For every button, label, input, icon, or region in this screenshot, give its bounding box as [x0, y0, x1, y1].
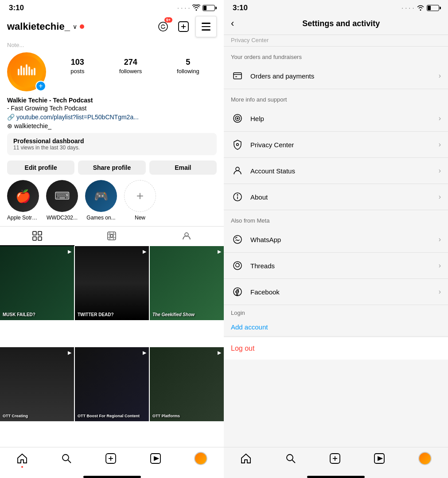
orders-payments-item[interactable]: Orders and payments ›: [224, 63, 448, 89]
account-status-item[interactable]: Account Status ›: [224, 158, 448, 184]
orders-chevron-icon: ›: [439, 72, 441, 80]
video-badge-1: ▶: [68, 249, 71, 255]
post-cell-1[interactable]: MUSK FAILED? ▶: [0, 246, 74, 320]
email-button[interactable]: Email: [149, 161, 217, 175]
posts-grid: MUSK FAILED? ▶ TWITTER DEAD? ▶ The Geeki…: [0, 246, 224, 447]
privacy-chevron-icon: ›: [439, 141, 441, 149]
bio-section: Walkie Techie - Tech Podcast - Fast Grow…: [0, 97, 224, 133]
privacy-center-item[interactable]: Privacy Center ›: [224, 132, 448, 158]
following-stat[interactable]: 5 following: [177, 58, 199, 75]
settings-title: Settings and activity: [241, 19, 441, 28]
orders-payments-label: Orders and payments: [250, 72, 439, 80]
online-dot-icon: [80, 24, 84, 29]
facebook-item[interactable]: Facebook ›: [224, 279, 448, 305]
add-highlight-circle[interactable]: +: [124, 180, 156, 212]
svg-rect-8: [31, 69, 33, 75]
help-item[interactable]: Help ›: [224, 106, 448, 132]
professional-dashboard[interactable]: Professional dashboard 11 views in the l…: [7, 133, 217, 155]
settings-content: Privacy Center Your orders and fundraise…: [224, 35, 448, 447]
about-icon: [231, 190, 244, 204]
back-button[interactable]: ‹: [231, 18, 234, 29]
left-status-bar: 3:10 · · · ·: [0, 0, 224, 14]
highlight-apple[interactable]: 🍎 Apple Sotre...: [7, 180, 39, 221]
right-profile-nav-btn[interactable]: [418, 452, 432, 465]
right-bottom-nav: [224, 447, 448, 474]
video-badge-4: ▶: [68, 350, 71, 356]
post-cell-6[interactable]: OTT Platforms ▶: [150, 347, 224, 421]
home-nav-dot: [21, 466, 23, 468]
post-cell-5[interactable]: OTT Boost For Regional Content ▶: [75, 347, 149, 421]
svg-rect-12: [33, 237, 36, 240]
right-search-nav-btn[interactable]: [285, 453, 296, 464]
grid-tab[interactable]: [0, 227, 74, 246]
add-account-button[interactable]: Add account: [224, 318, 448, 337]
add-story-button[interactable]: +: [35, 81, 46, 91]
bio-link[interactable]: 🔗 youtube.com/playlist?list=PL50bCNTgm2a…: [7, 114, 217, 121]
right-home-nav-btn[interactable]: [240, 453, 252, 464]
bio-link-text: youtube.com/playlist?list=PL50bCNTgm2a..…: [16, 114, 139, 121]
home-nav-btn[interactable]: [16, 453, 28, 464]
logout-button[interactable]: Log out: [224, 337, 448, 360]
posts-count: 103: [70, 58, 84, 67]
right-reels-nav-btn[interactable]: [374, 453, 385, 464]
more-info-header-text: More info and support: [231, 96, 287, 103]
posts-stat[interactable]: 103 posts: [70, 58, 84, 75]
tagged-tab[interactable]: [149, 227, 224, 246]
reels-tab[interactable]: [74, 227, 149, 246]
svg-rect-10: [33, 231, 36, 235]
svg-rect-7: [28, 67, 30, 75]
video-badge-5: ▶: [143, 350, 146, 356]
avatar-logo: [16, 62, 38, 81]
threads-item[interactable]: Threads ›: [224, 253, 448, 279]
edit-profile-button[interactable]: Edit profile: [7, 161, 74, 175]
menu-line-2: [202, 26, 210, 27]
username-row: walkietechie_ ∨: [7, 21, 84, 32]
svg-line-38: [292, 460, 295, 463]
add-post-icon-btn[interactable]: [175, 18, 192, 35]
whatsapp-item[interactable]: WhatsApp ›: [224, 227, 448, 253]
about-item[interactable]: About ›: [224, 184, 448, 210]
highlight-label-games: Games on...: [86, 215, 115, 221]
left-home-indicator: [83, 476, 141, 478]
highlight-games[interactable]: 🎮 Games on...: [85, 180, 117, 221]
share-profile-button[interactable]: Share profile: [78, 161, 145, 175]
settings-header: ‹ Settings and activity: [224, 14, 448, 35]
post-cell-2[interactable]: TWITTER DEAD? ▶: [75, 246, 149, 320]
svg-line-18: [68, 460, 71, 463]
search-nav-btn[interactable]: [61, 453, 72, 464]
profile-nav-btn[interactable]: [194, 452, 207, 465]
battery-icon: [203, 5, 215, 11]
signal-icon: · · · ·: [178, 5, 190, 11]
facebook-label: Facebook: [250, 288, 439, 296]
facebook-chevron-icon: ›: [439, 288, 441, 296]
right-create-nav-btn[interactable]: [329, 453, 341, 464]
about-chevron-icon: ›: [439, 193, 441, 201]
whatsapp-chevron-icon: ›: [439, 235, 441, 243]
svg-point-28: [237, 118, 238, 119]
threads-icon-btn[interactable]: 9+: [155, 18, 171, 35]
svg-rect-9: [34, 68, 35, 75]
highlight-label-wwdc: WWDC202...: [47, 215, 78, 221]
add-account-text: Add account: [231, 323, 268, 331]
orders-header-text: Your orders and fundraisers: [231, 54, 302, 60]
svg-point-26: [234, 114, 242, 122]
create-nav-btn[interactable]: [105, 453, 117, 464]
followers-stat[interactable]: 274 followers: [119, 58, 142, 75]
reels-nav-btn[interactable]: [150, 453, 161, 464]
about-label: About: [250, 193, 439, 201]
menu-line-1: [202, 23, 210, 24]
right-battery-icon: [427, 5, 439, 11]
svg-point-35: [234, 262, 242, 270]
link-icon: 🔗: [7, 114, 15, 121]
left-bottom-nav: [0, 447, 224, 474]
post-cell-3[interactable]: The Geekified Show ▶: [150, 246, 224, 320]
notification-badge: 9+: [164, 17, 172, 23]
posts-label: posts: [70, 68, 84, 74]
post-cell-4[interactable]: OTT Creating ▶: [0, 347, 74, 421]
dropdown-arrow-icon[interactable]: ∨: [73, 23, 77, 30]
highlight-new[interactable]: + New: [124, 180, 156, 221]
menu-button[interactable]: [195, 16, 217, 37]
facebook-icon: [231, 285, 244, 298]
right-status-bar: 3:10 · · · ·: [224, 0, 448, 14]
highlight-wwdc[interactable]: ⌨ WWDC202...: [46, 180, 78, 221]
